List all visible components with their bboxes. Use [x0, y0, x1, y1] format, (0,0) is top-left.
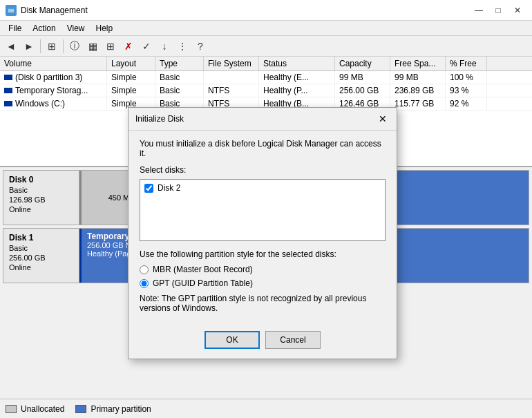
gpt-radio-row: GPT (GUID Partition Table) — [140, 278, 386, 288]
mbr-radio-row: MBR (Master Boot Record) — [140, 265, 386, 274]
dialog-overlay: Initialize Disk ✕ You must initialize a … — [0, 0, 532, 418]
dialog-note: Note: The GPT partition style is not rec… — [140, 294, 386, 313]
dialog-title-bar: Initialize Disk ✕ — [129, 108, 397, 131]
disk-list: Disk 2 — [140, 179, 386, 241]
dialog-body: You must initialize a disk before Logica… — [129, 131, 397, 331]
dialog-close-button[interactable]: ✕ — [376, 112, 390, 126]
ok-button[interactable]: OK — [205, 331, 260, 349]
partition-style-label: Use the following partition style for th… — [140, 249, 386, 259]
cancel-button[interactable]: Cancel — [265, 331, 321, 349]
gpt-label: GPT (GUID Partition Table) — [153, 278, 253, 288]
disk-2-checkbox[interactable] — [144, 184, 153, 193]
dialog-buttons: OK Cancel — [129, 331, 397, 359]
dialog-title: Initialize Disk — [135, 114, 184, 124]
disk-2-label: Disk 2 — [158, 183, 180, 193]
dialog-select-label: Select disks: — [140, 165, 386, 175]
dialog-description: You must initialize a disk before Logica… — [140, 139, 386, 158]
initialize-disk-dialog: Initialize Disk ✕ You must initialize a … — [128, 107, 397, 359]
mbr-radio[interactable] — [140, 265, 149, 274]
disk-list-item-0[interactable]: Disk 2 — [142, 181, 383, 195]
gpt-radio[interactable] — [140, 279, 149, 288]
mbr-label: MBR (Master Boot Record) — [153, 265, 253, 274]
